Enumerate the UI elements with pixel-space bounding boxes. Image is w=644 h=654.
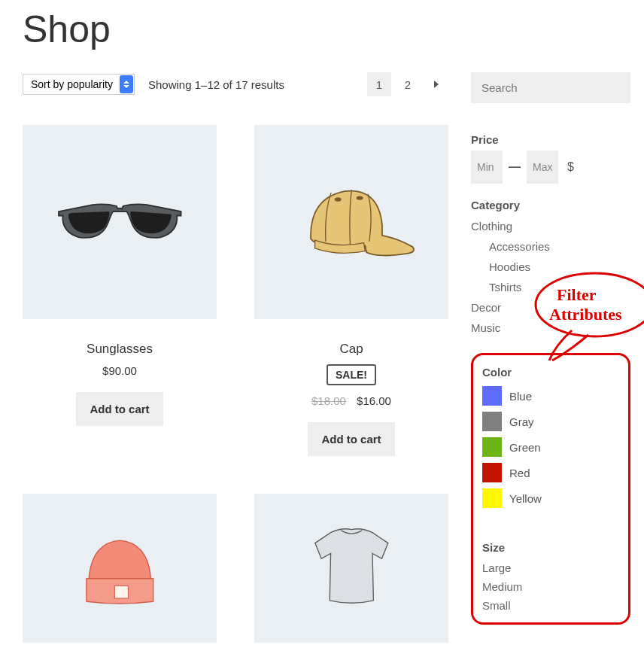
product-image — [23, 494, 217, 643]
size-option[interactable]: Medium — [482, 577, 619, 596]
sale-badge: SALE! — [327, 364, 376, 385]
swatch-icon — [482, 386, 502, 406]
product-price: $18.00 $16.00 — [311, 394, 391, 407]
color-option-yellow[interactable]: Yellow — [482, 485, 619, 511]
sort-select-wrap[interactable]: Sort by popularity — [23, 74, 135, 95]
size-heading: Size — [482, 541, 619, 554]
add-to-cart-button[interactable]: Add to cart — [308, 422, 394, 456]
category-item[interactable]: Clothing — [471, 216, 630, 236]
svg-point-1 — [356, 196, 363, 200]
add-to-cart-button[interactable]: Add to cart — [76, 392, 163, 426]
product-card[interactable] — [23, 494, 217, 654]
product-image — [254, 494, 448, 643]
category-item[interactable]: Accessories — [471, 236, 630, 257]
filter-attributes-box: Color Blue Gray Green — [471, 353, 630, 625]
category-list: Clothing Accessories Hoodies Tshirts Dec… — [471, 216, 630, 338]
swatch-icon — [482, 488, 502, 508]
color-heading: Color — [482, 366, 619, 379]
price-dash: — — [509, 160, 521, 174]
size-option[interactable]: Large — [482, 558, 619, 577]
sort-select[interactable]: Sort by popularity — [23, 74, 135, 95]
product-image — [23, 125, 217, 319]
page-2-button[interactable]: 2 — [396, 72, 420, 96]
swatch-icon — [482, 412, 502, 431]
pagination: 1 2 — [367, 72, 448, 96]
color-label: Blue — [509, 390, 532, 403]
product-title: Sunglasses — [87, 342, 153, 357]
color-label: Red — [509, 467, 530, 479]
current-price: $16.00 — [357, 394, 391, 407]
currency-symbol: $ — [567, 160, 574, 174]
product-price: $90.00 — [102, 364, 137, 377]
shop-toolbar: Sort by popularity Showing 1–12 of 17 re… — [23, 72, 448, 96]
color-list: Blue Gray Green Red — [482, 383, 619, 511]
product-title: Cap — [339, 342, 363, 357]
product-card[interactable] — [254, 494, 448, 654]
product-card[interactable]: Sunglasses $90.00 Add to cart — [23, 125, 217, 456]
page-title: Shop — [23, 8, 630, 51]
swatch-icon — [482, 463, 502, 482]
category-item[interactable]: Music — [471, 318, 630, 338]
category-item[interactable]: Decor — [471, 297, 630, 318]
category-item[interactable]: Hoodies — [471, 257, 630, 277]
color-option-gray[interactable]: Gray — [482, 409, 619, 434]
color-option-blue[interactable]: Blue — [482, 383, 619, 409]
old-price: $18.00 — [311, 394, 346, 407]
beanie-icon — [68, 512, 172, 616]
category-item[interactable]: Tshirts — [471, 277, 630, 297]
search-input[interactable] — [471, 72, 630, 103]
price-min-input[interactable] — [471, 151, 503, 184]
color-option-red[interactable]: Red — [482, 460, 619, 485]
sunglasses-icon — [52, 191, 188, 252]
page-next-button[interactable] — [424, 72, 448, 96]
svg-point-0 — [334, 197, 341, 201]
color-option-green[interactable]: Green — [482, 434, 619, 460]
chevron-right-icon — [434, 81, 439, 88]
size-option[interactable]: Small — [482, 596, 619, 615]
shop-sidebar: Price — $ Category Clothing Accessories … — [471, 72, 630, 625]
result-count: Showing 1–12 of 17 results — [148, 78, 284, 91]
price-max-input[interactable] — [527, 151, 558, 184]
price-heading: Price — [471, 133, 630, 146]
color-label: Gray — [509, 415, 534, 428]
swatch-icon — [482, 437, 502, 457]
size-list: Large Medium Small — [482, 558, 619, 615]
color-label: Green — [509, 441, 541, 454]
color-label: Yellow — [509, 492, 542, 505]
category-heading: Category — [471, 199, 630, 211]
cap-icon — [284, 171, 420, 272]
tshirt-icon — [299, 512, 404, 616]
product-card[interactable]: Cap SALE! $18.00 $16.00 Add to cart — [254, 125, 448, 456]
page-1-button[interactable]: 1 — [367, 72, 391, 96]
product-image — [254, 125, 448, 319]
svg-rect-2 — [114, 586, 128, 598]
